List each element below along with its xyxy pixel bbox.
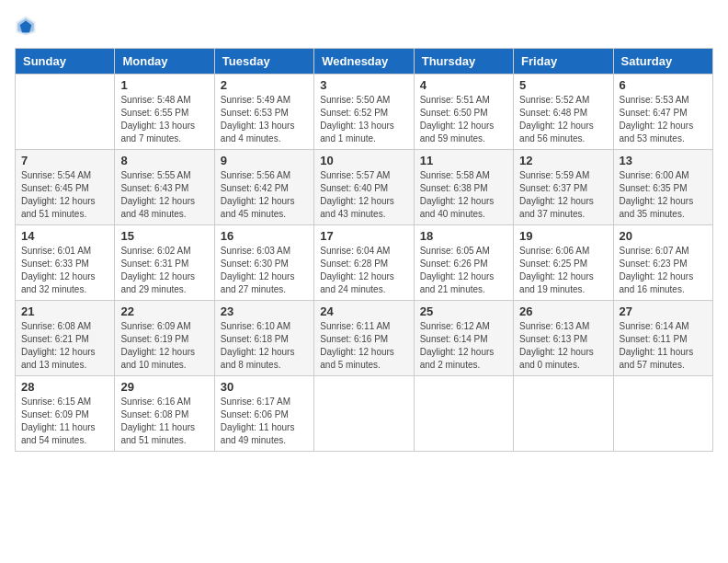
- day-info: Sunrise: 5:56 AM Sunset: 6:42 PM Dayligh…: [221, 169, 308, 221]
- day-number: 14: [21, 229, 108, 243]
- day-cell: [613, 376, 712, 452]
- week-row-2: 7Sunrise: 5:54 AM Sunset: 6:45 PM Daylig…: [16, 150, 713, 225]
- day-cell: [414, 376, 513, 452]
- day-info: Sunrise: 6:14 AM Sunset: 6:11 PM Dayligh…: [620, 320, 707, 372]
- day-number: 13: [620, 154, 707, 167]
- day-cell: [314, 376, 414, 452]
- day-number: 26: [519, 304, 607, 318]
- day-info: Sunrise: 5:50 AM Sunset: 6:52 PM Dayligh…: [320, 94, 407, 145]
- day-number: 4: [420, 78, 507, 92]
- day-info: Sunrise: 5:58 AM Sunset: 6:38 PM Dayligh…: [420, 169, 507, 221]
- day-info: Sunrise: 6:08 AM Sunset: 6:21 PM Dayligh…: [21, 320, 108, 372]
- day-cell: [16, 75, 115, 150]
- day-cell: 7Sunrise: 5:54 AM Sunset: 6:45 PM Daylig…: [16, 150, 115, 225]
- day-info: Sunrise: 6:01 AM Sunset: 6:33 PM Dayligh…: [21, 245, 108, 296]
- column-header-tuesday: Tuesday: [214, 49, 313, 75]
- day-number: 5: [519, 78, 607, 92]
- day-cell: 26Sunrise: 6:13 AM Sunset: 6:13 PM Dayli…: [514, 301, 613, 376]
- page-header: [15, 15, 713, 37]
- day-info: Sunrise: 6:05 AM Sunset: 6:26 PM Dayligh…: [420, 245, 507, 296]
- day-info: Sunrise: 5:48 AM Sunset: 6:55 PM Dayligh…: [120, 94, 208, 145]
- day-cell: 19Sunrise: 6:06 AM Sunset: 6:25 PM Dayli…: [514, 225, 613, 301]
- week-row-1: 1Sunrise: 5:48 AM Sunset: 6:55 PM Daylig…: [16, 75, 713, 150]
- column-header-thursday: Thursday: [414, 49, 513, 75]
- logo-icon: [15, 15, 37, 37]
- day-info: Sunrise: 6:07 AM Sunset: 6:23 PM Dayligh…: [620, 245, 707, 296]
- column-header-saturday: Saturday: [613, 49, 712, 75]
- day-info: Sunrise: 6:16 AM Sunset: 6:08 PM Dayligh…: [120, 396, 208, 447]
- day-number: 12: [519, 154, 607, 167]
- day-info: Sunrise: 5:55 AM Sunset: 6:43 PM Dayligh…: [120, 169, 208, 221]
- day-cell: 5Sunrise: 5:52 AM Sunset: 6:48 PM Daylig…: [514, 75, 613, 150]
- day-cell: 14Sunrise: 6:01 AM Sunset: 6:33 PM Dayli…: [16, 225, 115, 301]
- day-info: Sunrise: 6:04 AM Sunset: 6:28 PM Dayligh…: [320, 245, 407, 296]
- day-cell: 29Sunrise: 6:16 AM Sunset: 6:08 PM Dayli…: [115, 376, 214, 452]
- day-info: Sunrise: 5:57 AM Sunset: 6:40 PM Dayligh…: [320, 169, 407, 221]
- day-number: 15: [120, 229, 208, 243]
- week-row-4: 21Sunrise: 6:08 AM Sunset: 6:21 PM Dayli…: [16, 301, 713, 376]
- day-cell: 17Sunrise: 6:04 AM Sunset: 6:28 PM Dayli…: [314, 225, 414, 301]
- day-cell: 22Sunrise: 6:09 AM Sunset: 6:19 PM Dayli…: [115, 301, 214, 376]
- calendar-header: SundayMondayTuesdayWednesdayThursdayFrid…: [16, 49, 713, 75]
- day-cell: 10Sunrise: 5:57 AM Sunset: 6:40 PM Dayli…: [314, 150, 414, 225]
- header-row: SundayMondayTuesdayWednesdayThursdayFrid…: [16, 49, 713, 75]
- day-cell: 6Sunrise: 5:53 AM Sunset: 6:47 PM Daylig…: [613, 75, 712, 150]
- day-info: Sunrise: 6:00 AM Sunset: 6:35 PM Dayligh…: [620, 169, 707, 221]
- day-number: 20: [620, 229, 707, 243]
- day-cell: 24Sunrise: 6:11 AM Sunset: 6:16 PM Dayli…: [314, 301, 414, 376]
- day-info: Sunrise: 6:17 AM Sunset: 6:06 PM Dayligh…: [221, 396, 308, 447]
- day-info: Sunrise: 5:52 AM Sunset: 6:48 PM Dayligh…: [519, 94, 607, 145]
- logo: [15, 15, 40, 37]
- day-cell: 30Sunrise: 6:17 AM Sunset: 6:06 PM Dayli…: [214, 376, 313, 452]
- day-number: 25: [420, 304, 507, 318]
- day-cell: 20Sunrise: 6:07 AM Sunset: 6:23 PM Dayli…: [613, 225, 712, 301]
- day-number: 18: [420, 229, 507, 243]
- day-cell: 4Sunrise: 5:51 AM Sunset: 6:50 PM Daylig…: [414, 75, 513, 150]
- day-cell: 9Sunrise: 5:56 AM Sunset: 6:42 PM Daylig…: [214, 150, 313, 225]
- day-cell: 8Sunrise: 5:55 AM Sunset: 6:43 PM Daylig…: [115, 150, 214, 225]
- day-number: 27: [620, 304, 707, 318]
- column-header-wednesday: Wednesday: [314, 49, 414, 75]
- day-number: 9: [221, 154, 308, 167]
- day-cell: 23Sunrise: 6:10 AM Sunset: 6:18 PM Dayli…: [214, 301, 313, 376]
- day-number: 3: [320, 78, 407, 92]
- day-info: Sunrise: 5:49 AM Sunset: 6:53 PM Dayligh…: [221, 94, 308, 145]
- day-number: 7: [21, 154, 108, 167]
- day-cell: 18Sunrise: 6:05 AM Sunset: 6:26 PM Dayli…: [414, 225, 513, 301]
- day-info: Sunrise: 6:06 AM Sunset: 6:25 PM Dayligh…: [519, 245, 607, 296]
- column-header-friday: Friday: [514, 49, 613, 75]
- day-cell: 16Sunrise: 6:03 AM Sunset: 6:30 PM Dayli…: [214, 225, 313, 301]
- day-cell: 1Sunrise: 5:48 AM Sunset: 6:55 PM Daylig…: [115, 75, 214, 150]
- column-header-sunday: Sunday: [16, 49, 115, 75]
- calendar-table: SundayMondayTuesdayWednesdayThursdayFrid…: [15, 48, 713, 452]
- day-number: 10: [320, 154, 407, 167]
- day-info: Sunrise: 5:51 AM Sunset: 6:50 PM Dayligh…: [420, 94, 507, 145]
- day-info: Sunrise: 5:54 AM Sunset: 6:45 PM Dayligh…: [21, 169, 108, 221]
- day-number: 23: [221, 304, 308, 318]
- day-cell: 11Sunrise: 5:58 AM Sunset: 6:38 PM Dayli…: [414, 150, 513, 225]
- day-number: 16: [221, 229, 308, 243]
- day-number: 29: [120, 380, 208, 394]
- day-number: 24: [320, 304, 407, 318]
- day-info: Sunrise: 6:10 AM Sunset: 6:18 PM Dayligh…: [221, 320, 308, 372]
- day-number: 19: [519, 229, 607, 243]
- day-cell: 2Sunrise: 5:49 AM Sunset: 6:53 PM Daylig…: [214, 75, 313, 150]
- day-info: Sunrise: 6:09 AM Sunset: 6:19 PM Dayligh…: [120, 320, 208, 372]
- day-cell: [514, 376, 613, 452]
- day-number: 2: [221, 78, 308, 92]
- day-cell: 12Sunrise: 5:59 AM Sunset: 6:37 PM Dayli…: [514, 150, 613, 225]
- day-number: 1: [120, 78, 208, 92]
- day-cell: 21Sunrise: 6:08 AM Sunset: 6:21 PM Dayli…: [16, 301, 115, 376]
- day-number: 17: [320, 229, 407, 243]
- day-info: Sunrise: 6:15 AM Sunset: 6:09 PM Dayligh…: [21, 396, 108, 447]
- day-cell: 13Sunrise: 6:00 AM Sunset: 6:35 PM Dayli…: [613, 150, 712, 225]
- day-info: Sunrise: 6:12 AM Sunset: 6:14 PM Dayligh…: [420, 320, 507, 372]
- day-number: 28: [21, 380, 108, 394]
- day-cell: 3Sunrise: 5:50 AM Sunset: 6:52 PM Daylig…: [314, 75, 414, 150]
- week-row-3: 14Sunrise: 6:01 AM Sunset: 6:33 PM Dayli…: [16, 225, 713, 301]
- day-number: 22: [120, 304, 208, 318]
- day-info: Sunrise: 6:02 AM Sunset: 6:31 PM Dayligh…: [120, 245, 208, 296]
- day-cell: 27Sunrise: 6:14 AM Sunset: 6:11 PM Dayli…: [613, 301, 712, 376]
- day-cell: 25Sunrise: 6:12 AM Sunset: 6:14 PM Dayli…: [414, 301, 513, 376]
- day-number: 11: [420, 154, 507, 167]
